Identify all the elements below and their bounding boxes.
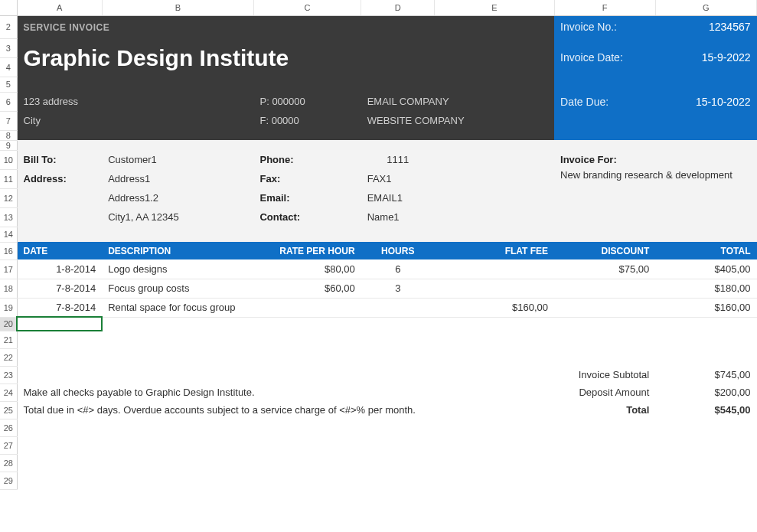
- row-header[interactable]: 14: [0, 227, 17, 242]
- invoicefor-value-cell[interactable]: New branding research & development: [554, 169, 756, 207]
- address-label-cell[interactable]: Address:: [17, 169, 102, 188]
- cell-rate[interactable]: $60,00: [253, 279, 361, 298]
- cell-date[interactable]: 7-8-2014: [17, 298, 102, 317]
- cell[interactable]: [17, 454, 756, 472]
- th-rate[interactable]: RATE PER HOUR: [253, 242, 361, 259]
- cell-flatfee[interactable]: [435, 259, 554, 279]
- col-header-f[interactable]: F: [554, 0, 655, 15]
- row-header[interactable]: 29: [0, 472, 17, 489]
- contact-value-cell[interactable]: Name1: [361, 207, 435, 227]
- cell[interactable]: [435, 207, 757, 227]
- row-header[interactable]: 7: [0, 111, 17, 130]
- cell-total[interactable]: $160,00: [655, 298, 756, 317]
- row-header[interactable]: 19: [0, 298, 17, 317]
- cell[interactable]: [17, 207, 102, 227]
- col-header-g[interactable]: G: [655, 0, 756, 15]
- th-hours[interactable]: HOURS: [361, 242, 435, 259]
- address3-cell[interactable]: City1, AA 12345: [102, 207, 253, 227]
- cell[interactable]: [17, 472, 756, 489]
- cell-desc[interactable]: Focus group costs: [102, 279, 253, 298]
- row-header[interactable]: 27: [0, 436, 17, 454]
- subtotal-label-cell[interactable]: Invoice Subtotal: [554, 366, 655, 383]
- cell-hours[interactable]: 6: [361, 259, 435, 279]
- company-address1-cell[interactable]: 123 address: [17, 92, 253, 111]
- fax-value-cell[interactable]: FAX1: [361, 169, 435, 188]
- cell[interactable]: [17, 366, 554, 383]
- cell-date[interactable]: 1-8-2014: [17, 259, 102, 279]
- row-header[interactable]: 8: [0, 130, 17, 140]
- row-header[interactable]: 20: [0, 317, 17, 331]
- row-header[interactable]: 16: [0, 242, 17, 259]
- company-website-cell[interactable]: WEBSITE COMPANY: [361, 111, 554, 130]
- cell-flatfee[interactable]: $160,00: [435, 298, 554, 317]
- deposit-value-cell[interactable]: $200,00: [655, 383, 756, 401]
- cell[interactable]: [435, 169, 554, 188]
- cell[interactable]: [554, 130, 756, 140]
- cell-rate[interactable]: $80,00: [253, 259, 361, 279]
- phone-value-cell[interactable]: 1111: [361, 150, 435, 169]
- row-header[interactable]: 12: [0, 188, 17, 207]
- cell[interactable]: [17, 419, 756, 436]
- invoice-no-label-cell[interactable]: Invoice No.:: [554, 15, 655, 38]
- row-header[interactable]: 4: [0, 57, 17, 77]
- date-due-value-cell[interactable]: 15-10-2022: [655, 92, 756, 111]
- row-header[interactable]: 6: [0, 92, 17, 111]
- company-fax-cell[interactable]: F: 00000: [253, 111, 361, 130]
- cell[interactable]: [554, 111, 756, 130]
- cell-total[interactable]: $405,00: [655, 259, 756, 279]
- company-title-cell[interactable]: Graphic Design Institute: [17, 38, 554, 77]
- row-header[interactable]: 28: [0, 454, 17, 472]
- invoice-date-value-cell[interactable]: 15-9-2022: [655, 38, 756, 77]
- cell[interactable]: [435, 188, 554, 207]
- cell-discount[interactable]: [554, 298, 655, 317]
- checks-line-cell[interactable]: Make all checks payable to Graphic Desig…: [17, 383, 554, 401]
- phone-label-cell[interactable]: Phone:: [253, 150, 361, 169]
- total-label-cell[interactable]: Total: [554, 401, 655, 419]
- row-header[interactable]: 2: [0, 15, 17, 38]
- cell[interactable]: [102, 317, 756, 331]
- cell[interactable]: [17, 188, 102, 207]
- total-value-cell[interactable]: $545,00: [655, 401, 756, 419]
- th-date[interactable]: DATE: [17, 242, 102, 259]
- fax-label-cell[interactable]: Fax:: [253, 169, 361, 188]
- col-header-a[interactable]: A: [17, 0, 102, 15]
- row-header[interactable]: 13: [0, 207, 17, 227]
- terms-line-cell[interactable]: Total due in <#> days. Overdue accounts …: [17, 401, 554, 419]
- row-header[interactable]: 25: [0, 401, 17, 419]
- cell-date[interactable]: 7-8-2014: [17, 279, 102, 298]
- company-email-cell[interactable]: EMAIL COMPANY: [361, 92, 554, 111]
- billto-label-cell[interactable]: Bill To:: [17, 150, 102, 169]
- th-discount[interactable]: DISCOUNT: [554, 242, 655, 259]
- row-header[interactable]: 9: [0, 140, 17, 150]
- company-address2-cell[interactable]: City: [17, 111, 253, 130]
- cell-total[interactable]: $180,00: [655, 279, 756, 298]
- col-header-e[interactable]: E: [435, 0, 554, 15]
- row-header[interactable]: 11: [0, 169, 17, 188]
- cell[interactable]: [17, 348, 756, 366]
- company-phone-cell[interactable]: P: 000000: [253, 92, 361, 111]
- cell[interactable]: [17, 140, 756, 150]
- invoicefor-label-cell[interactable]: Invoice For:: [554, 150, 756, 169]
- billto-value-cell[interactable]: Customer1: [102, 150, 253, 169]
- address1-cell[interactable]: Address1: [102, 169, 253, 188]
- row-header[interactable]: 5: [0, 77, 17, 92]
- cell[interactable]: SERVICE INVOICE: [17, 15, 554, 38]
- contact-label-cell[interactable]: Contact:: [253, 207, 361, 227]
- subtotal-value-cell[interactable]: $745,00: [655, 366, 756, 383]
- cell[interactable]: [17, 436, 756, 454]
- th-flatfee[interactable]: FLAT FEE: [435, 242, 554, 259]
- active-cell[interactable]: [17, 317, 102, 331]
- row-header[interactable]: 17: [0, 259, 17, 279]
- date-due-label-cell[interactable]: Date Due:: [554, 92, 655, 111]
- invoice-no-value-cell[interactable]: 1234567: [655, 15, 756, 38]
- row-header[interactable]: 24: [0, 383, 17, 401]
- th-total[interactable]: TOTAL: [655, 242, 756, 259]
- cell[interactable]: [17, 130, 554, 140]
- invoice-date-label-cell[interactable]: Invoice Date:: [554, 38, 655, 77]
- cell[interactable]: [17, 331, 756, 348]
- select-all-corner[interactable]: [0, 0, 17, 15]
- email-label-cell[interactable]: Email:: [253, 188, 361, 207]
- col-header-d[interactable]: D: [361, 0, 435, 15]
- cell-hours[interactable]: 3: [361, 279, 435, 298]
- row-header[interactable]: 22: [0, 348, 17, 366]
